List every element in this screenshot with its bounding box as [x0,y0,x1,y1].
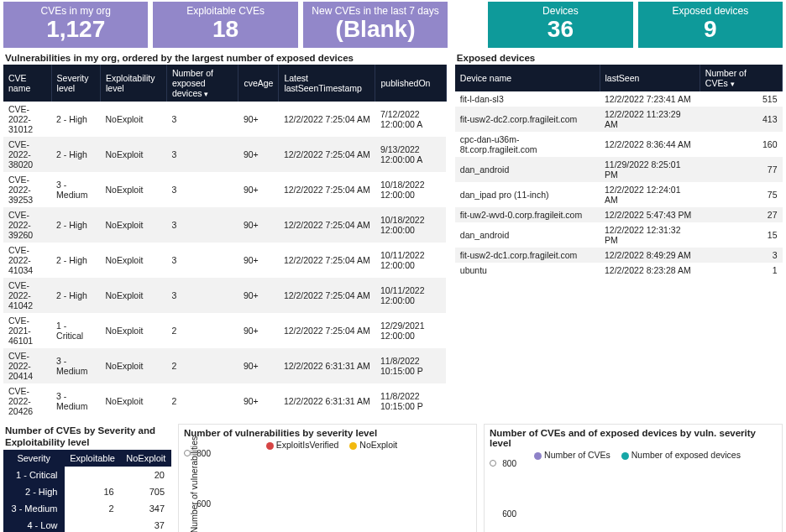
column-header[interactable]: Device name [455,65,600,91]
column-header[interactable]: Severity [3,450,65,467]
table-cell: dan_ipad pro (11-inch) [455,182,600,207]
table-cell: CVE-2022-31012 [3,102,51,137]
chart-cves-exposed-by-severity[interactable]: Number of CVEs and of exposed devices by… [484,424,783,532]
table-cell: 12/2/2022 8:36:44 AM [600,132,700,157]
table-row[interactable]: 4 - Low37 [3,517,171,532]
kpi-value: 9 [643,17,778,43]
column-header[interactable]: lastSeen [600,65,700,91]
table-cell: 2 [166,313,238,348]
chart-vulns-by-severity[interactable]: Number of vulnerabilities by severity le… [178,424,477,532]
table-row[interactable]: fit-l-dan-sl312/2/2022 7:23:41 AM515 [455,91,783,107]
axis-cap-icon [490,460,496,467]
table-cell: 75 [700,182,782,207]
table-cell: NoExploit [101,172,167,207]
table-row[interactable]: 1 - Critical20 [3,467,171,483]
kpi-value: (Blank) [308,17,443,43]
table-cell: 3 [700,248,782,263]
table-row[interactable]: fit-uw2-wvd-0.corp.fragileit.com12/2/202… [455,207,783,222]
table-cell: 37 [121,517,171,532]
table-cell: 27 [700,207,782,222]
severity-matrix[interactable]: SeverityExploitableNoExploit 1 - Critica… [3,450,171,532]
table-cell: CVE-2022-20426 [3,383,51,419]
chart-title: Number of vulnerabilities by severity le… [184,428,471,438]
column-header[interactable]: Exploitability level [101,65,167,102]
table-cell: 12/2/2022 6:31:31 AM [279,383,375,419]
column-header[interactable]: Severity level [51,65,100,102]
table-row[interactable]: fit-usw2-dc1.corp.fragileit.com12/2/2022… [455,248,783,263]
table-cell: CVE-2022-20414 [3,348,51,383]
chart-legend: ExploitIsVerified NoExploit [184,440,471,450]
table-row[interactable]: CVE-2022-380202 - HighNoExploit390+12/2/… [3,137,446,172]
table-row[interactable]: dan_ipad pro (11-inch)12/2/2022 12:24:01… [455,182,783,207]
table-cell [65,467,121,483]
table-cell: 90+ [238,243,279,278]
kpi-exposed-devices[interactable]: Exposed devices 9 [638,2,783,48]
table-row[interactable]: dan_android11/29/2022 8:25:01 PM77 [455,157,783,182]
table-cell: 2 - High [51,102,100,137]
column-header[interactable]: publishedOn [375,65,446,102]
table-cell: 12/2/2022 7:25:04 AM [279,172,375,207]
table-cell: 12/2/2022 11:23:29 AM [600,107,700,132]
table-cell: 3 [166,137,238,172]
table-cell: 3 - Medium [51,383,100,419]
table-cell: 90+ [238,207,279,243]
table-row[interactable]: fit-usw2-dc2.corp.fragileit.com12/2/2022… [455,107,783,132]
kpi-label: Devices [493,5,627,17]
legend-label: Number of CVEs [544,450,610,460]
chart-title: Number of CVEs and of exposed devices by… [490,428,777,448]
table-row[interactable]: CVE-2022-392533 - MediumNoExploit390+12/… [3,172,446,207]
table-cell: CVE-2022-41042 [3,278,51,313]
table-row[interactable]: CVE-2022-410422 - HighNoExploit390+12/2/… [3,278,446,313]
table-cell: 12/2/2022 7:25:04 AM [279,313,375,348]
kpi-devices[interactable]: Devices 36 [488,2,632,48]
column-header[interactable]: NoExploit [121,450,171,467]
table-row[interactable]: cpc-dan-u36m-8t.corp.fragileit.com12/2/2… [455,132,783,157]
table-row[interactable]: CVE-2021-461011 - CriticalNoExploit290+1… [3,313,446,348]
kpi-label: Exploitable CVEs [158,5,292,17]
column-header[interactable]: Number of exposed devices [166,65,238,102]
table-cell: 12/2/2022 6:31:31 AM [279,348,375,383]
column-header[interactable]: Latest lastSeenTimestamp [279,65,375,102]
table-row[interactable]: 2 - High16705 [3,483,171,500]
table-cell: 1 - Critical [3,467,65,483]
legend-label: NoExploit [359,440,397,450]
table-row[interactable]: ubuntu12/2/2022 8:23:28 AM1 [455,263,783,278]
table-row[interactable]: CVE-2022-310122 - HighNoExploit390+12/2/… [3,102,446,137]
table-cell: 3 [166,207,238,243]
table-row[interactable]: CVE-2022-392602 - HighNoExploit390+12/2/… [3,207,446,243]
table-cell: 90+ [238,137,279,172]
column-header[interactable]: Exploitable [65,450,121,467]
column-header[interactable]: Number of CVEs [700,65,782,91]
table-row[interactable]: CVE-2022-410342 - HighNoExploit390+12/2/… [3,243,446,278]
table-cell: CVE-2022-41034 [3,243,51,278]
kpi-exploitable[interactable]: Exploitable CVEs 18 [153,2,297,48]
exposed-devices-table[interactable]: Device namelastSeenNumber of CVEs fit-l-… [455,65,783,278]
table-row[interactable]: CVE-2022-204143 - MediumNoExploit290+12/… [3,348,446,383]
table-cell: 3 - Medium [51,172,100,207]
kpi-cves-org[interactable]: CVEs in my org 1,127 [3,2,148,48]
kpi-new-cves[interactable]: New CVEs in the last 7 days (Blank) [303,2,448,48]
table-cell: 12/2/2022 7:25:04 AM [279,278,375,313]
table-cell: 9/13/2022 12:00:00 A [375,137,446,172]
kpi-label: New CVEs in the last 7 days [308,5,443,17]
column-header[interactable]: cveAge [238,65,279,102]
table-cell: 12/2/2022 8:23:28 AM [600,263,700,278]
table-row[interactable]: dan_android12/2/2022 12:31:32 PM15 [455,222,783,248]
table-cell: 347 [121,500,171,517]
severity-matrix-panel: Number of CVEs by Severity and Exploitab… [3,424,171,532]
table-row[interactable]: CVE-2022-204263 - MediumNoExploit290+12/… [3,383,446,419]
table-row[interactable]: 3 - Medium2347 [3,500,171,517]
column-header[interactable]: CVE name [3,65,51,102]
vulnerabilities-table[interactable]: CVE nameSeverity levelExploitability lev… [3,65,447,419]
legend-dot-icon [621,452,629,460]
table-cell: 2 [65,500,121,517]
vulnerabilities-panel: Vulnerabilities in my org, ordered by th… [3,51,447,419]
table-cell: 10/11/2022 12:00:00 [375,243,446,278]
table-cell: 7/12/2022 12:00:00 A [375,102,446,137]
table-cell [65,517,121,532]
table-cell: ubuntu [455,263,600,278]
table-cell: fit-l-dan-sl3 [455,91,600,107]
table-cell: CVE-2022-38020 [3,137,51,172]
table-cell: fit-uw2-wvd-0.corp.fragileit.com [455,207,600,222]
table-cell: 90+ [238,383,279,419]
